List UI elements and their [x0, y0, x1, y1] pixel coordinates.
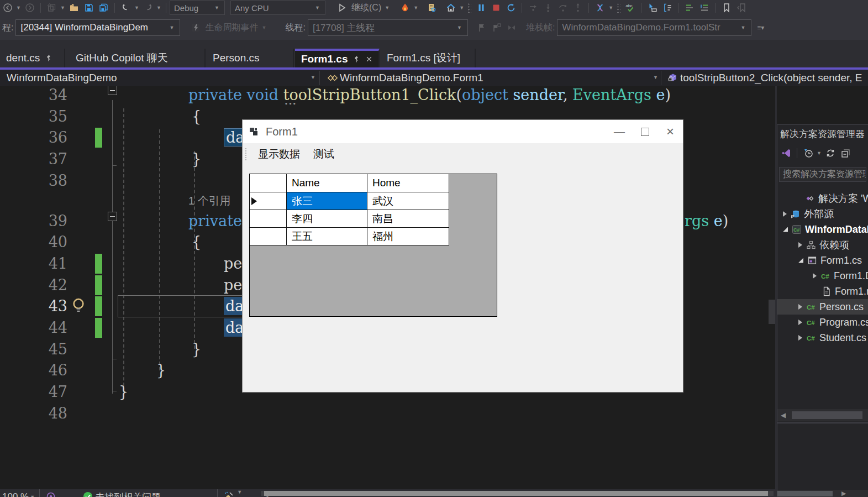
chevron-down-icon[interactable]: ▼ — [133, 5, 140, 11]
chevron-down-icon[interactable]: ▼ — [412, 5, 419, 11]
stop-icon[interactable] — [488, 1, 503, 15]
fold-collapse-icon[interactable] — [108, 86, 117, 95]
any-cpu-combobox[interactable]: Any CPU▼ — [230, 1, 325, 15]
bookmark-icon[interactable] — [719, 1, 734, 15]
restart-icon[interactable] — [503, 1, 518, 15]
apply-code-changes-icon[interactable] — [424, 1, 439, 15]
intellicode-icon[interactable] — [592, 1, 607, 15]
scrollbar-thumb[interactable] — [264, 491, 768, 496]
codelens-references[interactable]: 1 个引用 — [188, 191, 242, 210]
step-into-icon[interactable] — [540, 1, 555, 15]
bottom-right-scrollbar[interactable]: ▶ — [777, 490, 868, 497]
debug-home-icon[interactable] — [443, 1, 458, 15]
step-out-icon[interactable] — [570, 1, 585, 15]
chevron-down-icon[interactable]: ▼ — [155, 5, 162, 11]
expander-collapsed-icon[interactable] — [813, 273, 817, 279]
toolbar-overflow-icon[interactable]: ≡▾ — [757, 24, 764, 32]
sync-with-active-document-icon[interactable] — [823, 146, 838, 160]
grid-row-header[interactable] — [250, 228, 287, 245]
copy-structure-icon[interactable] — [660, 1, 675, 15]
step-over-icon[interactable] — [555, 1, 570, 15]
close-icon[interactable] — [365, 55, 373, 63]
pin-icon[interactable] — [353, 55, 360, 63]
expander-expanded-icon[interactable] — [798, 258, 803, 263]
grid-cell-home[interactable]: 福州 — [367, 228, 449, 245]
continue-play-icon[interactable] — [334, 1, 349, 15]
tree-dependencies[interactable]: 依赖项 — [777, 237, 868, 253]
flag-icon[interactable] — [475, 20, 490, 35]
breadcrumb-member[interactable]: toolStripButton2_Click(object sender, E — [665, 70, 862, 86]
format-selection-icon[interactable] — [697, 1, 712, 15]
chevron-down-icon[interactable]: ▼ — [816, 150, 823, 156]
stackframe-combobox[interactable]: WinformDataBingDemo.Form1.toolStr ▼ — [557, 19, 751, 36]
close-button[interactable]: × — [657, 120, 683, 143]
editor-vertical-scrollbar-thumb[interactable] — [769, 300, 775, 324]
pause-icon[interactable] — [474, 1, 488, 15]
chevron-down-icon[interactable]: ▼ — [607, 5, 614, 11]
scroll-left-icon[interactable]: ◀ — [781, 411, 786, 419]
chevron-down-icon[interactable]: ▼ — [309, 75, 317, 80]
open-folder-icon[interactable] — [66, 1, 81, 15]
tree-solution[interactable]: 解决方案 'WinformDataBingDemo' — [777, 191, 868, 206]
undo-icon[interactable] — [118, 1, 133, 15]
code-cleanup-broom-icon[interactable] — [221, 489, 236, 497]
maximize-button[interactable] — [632, 120, 657, 143]
solution-horizontal-scrollbar[interactable]: ◀ — [777, 409, 868, 421]
expander-collapsed-icon[interactable] — [783, 211, 787, 217]
chevron-down-icon[interactable]: ▼ — [383, 5, 391, 11]
grid-corner-header[interactable] — [250, 174, 287, 192]
grid-cell-name[interactable]: 张三 — [287, 192, 367, 210]
tree-form1-designer[interactable]: C#Form1.Designer.cs — [777, 268, 868, 284]
hot-reload-flame-icon[interactable] — [397, 1, 412, 15]
grid-cell-home[interactable]: 南昌 — [367, 210, 449, 228]
grid-cell-home[interactable]: 武汉 — [367, 192, 449, 210]
minimize-button[interactable]: — — [607, 120, 632, 143]
pending-changes-filter-icon[interactable] — [801, 146, 816, 160]
tab-copilot-chat[interactable]: GitHub Copilot 聊天 — [70, 49, 206, 67]
tab-student-cs[interactable]: dent.cs — [0, 49, 65, 67]
tree-external-sources[interactable]: 外部源 — [777, 206, 868, 222]
code-line-48[interactable]: 48 — [0, 402, 775, 424]
chevron-down-icon[interactable]: ▼ — [652, 75, 659, 80]
expander-expanded-icon[interactable] — [783, 227, 788, 232]
grid-column-header-home[interactable]: Home — [367, 174, 449, 192]
chevron-down-icon[interactable]: ▼ — [260, 25, 267, 30]
collapse-all-icon[interactable] — [838, 146, 853, 160]
redo-icon[interactable] — [140, 1, 155, 15]
grid-row-header[interactable] — [250, 210, 287, 228]
chevron-down-icon[interactable]: ▼ — [59, 5, 66, 11]
menu-show-data[interactable]: 显示数据 — [251, 143, 307, 165]
tree-program[interactable]: C#Program.cs — [777, 315, 868, 330]
form1-title-bar[interactable]: Form1 — × — [243, 120, 683, 143]
thread-combobox[interactable]: [17708] 主线程 ▼ — [308, 19, 468, 36]
zoom-control[interactable]: 100 % ▼ — [2, 489, 36, 497]
tree-form1[interactable]: Form1.cs — [777, 253, 868, 268]
tree-form1-resx[interactable]: Form1.resx — [777, 284, 868, 299]
scroll-right-icon[interactable]: ▶ — [841, 490, 846, 497]
solution-explorer-search-input[interactable]: 搜索解决方案资源管理器 — [779, 167, 866, 182]
chevron-down-icon[interactable]: ▼ — [15, 5, 22, 11]
grid-row-header[interactable] — [250, 192, 287, 210]
grid-cell-name[interactable]: 王五 — [287, 228, 367, 245]
pin-icon[interactable] — [45, 54, 52, 62]
scrollbar-thumb[interactable] — [777, 491, 833, 496]
debug-combobox[interactable]: Debug▼ — [170, 1, 225, 15]
continue-button-label[interactable]: 继续(C) — [351, 2, 381, 14]
tree-person[interactable]: C#Person.cs — [777, 299, 868, 315]
lifecycle-events-label[interactable]: 生命周期事件 — [205, 22, 258, 34]
tree-student[interactable]: C#Student.cs — [777, 330, 868, 346]
nav-forward-icon[interactable] — [22, 1, 37, 15]
tab-form1-design[interactable]: Form1.cs [设计] — [381, 49, 476, 67]
parallel-stacks-icon[interactable] — [504, 20, 519, 35]
fold-collapse-icon[interactable] — [108, 212, 117, 221]
bookmark-prev-icon[interactable] — [734, 1, 749, 15]
chevron-down-icon[interactable]: ▼ — [458, 5, 465, 11]
save-icon[interactable] — [81, 1, 96, 15]
grid-cell-name[interactable]: 李四 — [287, 210, 367, 228]
tab-person-cs[interactable]: Person.cs — [207, 49, 294, 67]
flag-threads-icon[interactable] — [490, 20, 504, 35]
chevron-down-icon[interactable]: ▼ — [236, 489, 243, 495]
toolstrip-grip[interactable] — [245, 148, 248, 160]
expander-collapsed-icon[interactable] — [798, 304, 802, 310]
breadcrumb-project[interactable]: WinformDataBingDemo — [7, 70, 117, 86]
